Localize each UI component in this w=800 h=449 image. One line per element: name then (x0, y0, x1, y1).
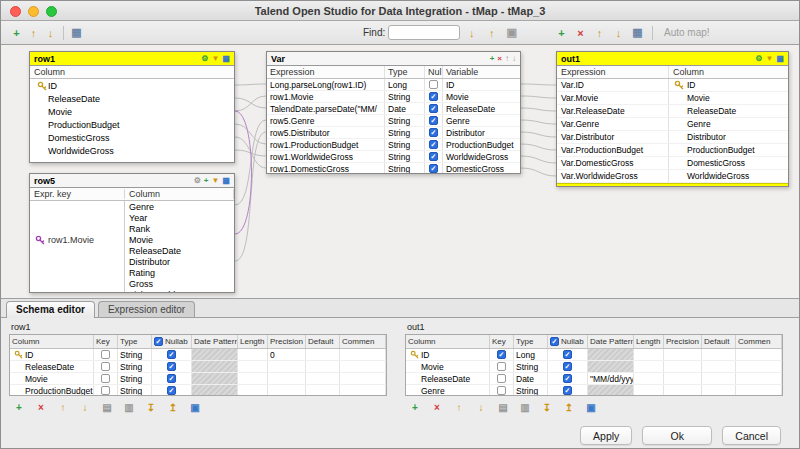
schema-row[interactable]: Movie String (10, 373, 386, 385)
var-type[interactable]: String (385, 127, 425, 138)
default-cell[interactable] (306, 373, 340, 384)
out-row[interactable]: Var.ReleaseDateReleaseDate (557, 105, 788, 118)
type-cell[interactable]: String (118, 373, 152, 384)
comment-cell[interactable] (340, 373, 386, 384)
var-row[interactable]: row1.Movie String Movie (267, 91, 520, 103)
nullable-checkbox[interactable] (167, 386, 176, 395)
var-row[interactable]: row1.DomesticGross String DomesticGross (267, 163, 520, 174)
comment-cell[interactable] (340, 385, 386, 396)
nullable-checkbox[interactable] (429, 128, 438, 137)
import-schema-icon[interactable]: ↧ (143, 400, 159, 414)
comment-cell[interactable] (736, 373, 782, 384)
table-row[interactable]: row1.Movie Movie (30, 234, 234, 245)
paste-icon[interactable]: ▥ (517, 400, 533, 414)
add-column-icon[interactable]: + (11, 400, 27, 414)
find-previous-icon[interactable]: ↑ (483, 25, 500, 40)
var-expression[interactable]: Long.parseLong(row1.ID) (267, 79, 385, 90)
row1-header[interactable]: row1 ⚙ ▼ ▦ (30, 52, 234, 66)
nullable-checkbox[interactable] (429, 140, 438, 149)
var-expression[interactable]: row1.DomesticGross (267, 163, 385, 174)
out-row[interactable]: Var.DomesticGrossDomesticGross (557, 157, 788, 170)
var-name[interactable]: WorldwideGross (443, 151, 520, 162)
precision-cell[interactable] (268, 373, 306, 384)
var-type[interactable]: String (385, 151, 425, 162)
key-checkbox[interactable] (497, 350, 506, 359)
minimize-button[interactable] (28, 6, 39, 17)
nullable-checkbox[interactable] (429, 92, 438, 101)
add-output-table-icon[interactable]: + (553, 25, 570, 40)
condensed-view-icon[interactable]: ▦ (222, 177, 230, 185)
filter-icon[interactable]: ▼ (212, 55, 220, 63)
auto-map-button[interactable]: Auto map! (664, 27, 710, 38)
comment-cell[interactable] (736, 349, 782, 360)
date-pattern-cell[interactable]: "MM/dd/yyyy" (588, 373, 634, 384)
input-table-row1[interactable]: row1 ⚙ ▼ ▦ Column ID ReleaseDate Movie P… (29, 51, 235, 163)
var-name[interactable]: Distributor (443, 127, 520, 138)
ok-button[interactable]: Ok (642, 426, 712, 445)
var-row[interactable]: Long.parseLong(row1.ID) Long ID (267, 79, 520, 91)
table-row[interactable]: Year (30, 212, 234, 223)
key-checkbox[interactable] (497, 362, 506, 371)
remove-output-table-icon[interactable]: × (572, 25, 589, 40)
nullable-checkbox[interactable] (167, 350, 176, 359)
length-cell[interactable] (634, 373, 664, 384)
table-row[interactable]: ProductionBudget (30, 118, 234, 131)
var-name[interactable]: ProductionBudget (443, 139, 520, 150)
table-row[interactable]: Rating (30, 267, 234, 278)
tab-schema-editor[interactable]: Schema editor (6, 301, 95, 318)
type-cell[interactable]: Long (514, 349, 548, 360)
out-row[interactable]: Var.DistributorDistributor (557, 131, 788, 144)
var-type[interactable]: String (385, 115, 425, 126)
length-cell[interactable] (238, 385, 268, 396)
var-expression[interactable]: row1.ProductionBudget (267, 139, 385, 150)
zoom-button[interactable] (46, 6, 57, 17)
out-row[interactable]: Var.ID ID (557, 79, 788, 92)
nullable-checkbox[interactable] (429, 104, 438, 113)
type-cell[interactable]: String (514, 361, 548, 372)
default-cell[interactable] (702, 373, 736, 384)
highlight-all-icon[interactable]: ▣ (503, 25, 520, 40)
precision-cell[interactable] (664, 385, 702, 396)
var-name[interactable]: Genre (443, 115, 520, 126)
find-input[interactable] (388, 25, 460, 40)
var-type[interactable]: String (385, 91, 425, 102)
key-checkbox[interactable] (497, 374, 506, 383)
default-cell[interactable] (306, 385, 340, 396)
condensed-view-icon[interactable]: ▦ (776, 55, 784, 63)
out-expression[interactable]: Var.ReleaseDate (557, 105, 669, 117)
lookup-table-row5[interactable]: row5 ⚙ + ▼ ▦ Expr. key Column Genre Year… (29, 173, 235, 293)
minimize-output-tables-icon[interactable]: ▦ (629, 25, 646, 40)
condensed-view-icon[interactable]: ▦ (222, 55, 230, 63)
var-name[interactable]: DomesticGross (443, 163, 520, 174)
type-cell[interactable]: String (118, 349, 152, 360)
out-expression[interactable]: Var.Movie (557, 92, 669, 104)
move-up-table-icon[interactable]: ↑ (25, 25, 42, 40)
type-cell[interactable]: String (118, 385, 152, 396)
table-row[interactable]: DomesticGross (30, 131, 234, 144)
nullable-checkbox[interactable] (563, 362, 572, 371)
schema-row[interactable]: ReleaseDate String (10, 361, 386, 373)
tab-expression-editor[interactable]: Expression editor (98, 301, 195, 317)
precision-cell[interactable] (268, 385, 306, 396)
var-row[interactable]: row5.Distributor String Distributor (267, 127, 520, 139)
nullable-checkbox[interactable] (563, 386, 572, 395)
nullable-all-checkbox[interactable] (550, 337, 559, 346)
length-cell[interactable] (634, 385, 664, 396)
nullable-checkbox[interactable] (167, 362, 176, 371)
type-cell[interactable]: String (514, 385, 548, 396)
move-output-down-icon[interactable]: ↓ (610, 25, 627, 40)
output-table-out1[interactable]: out1 ⚙ ▼ ▦ Expression Column Var.ID ID V… (556, 51, 789, 187)
var-expression[interactable]: TalendDate.parseDate("MM/ (267, 103, 385, 114)
type-cell[interactable]: String (118, 361, 152, 372)
table-row[interactable]: Genre (30, 201, 234, 212)
schema-row[interactable]: Movie String (406, 361, 782, 373)
move-column-up-icon[interactable]: ↑ (451, 400, 467, 414)
table-row[interactable]: ReleaseDate (30, 245, 234, 256)
filter-icon[interactable]: ▼ (766, 55, 774, 63)
precision-cell[interactable] (268, 361, 306, 372)
var-name[interactable]: Movie (443, 91, 520, 102)
key-checkbox[interactable] (101, 386, 110, 395)
settings-icon[interactable]: ⚙ (755, 55, 762, 63)
row5-header[interactable]: row5 ⚙ + ▼ ▦ (30, 174, 234, 188)
export-schema-icon[interactable]: ↥ (561, 400, 577, 414)
